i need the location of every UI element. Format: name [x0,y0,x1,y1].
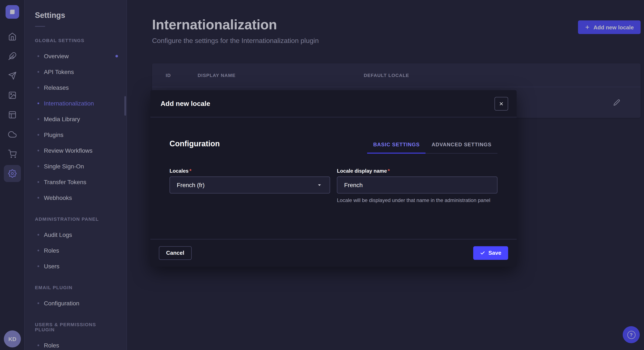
locales-select-value: French (fr) [177,181,205,188]
modal-body: Configuration BASIC SETTINGS ADVANCED SE… [150,117,517,239]
close-modal-button[interactable] [494,97,508,110]
save-button-label: Save [488,250,501,256]
modal-title: Add new locale [160,100,210,107]
chevron-down-icon [316,181,323,188]
modal-tabs: BASIC SETTINGS ADVANCED SETTINGS [367,142,498,154]
configuration-title: Configuration [170,140,220,154]
display-name-label-text: Locale display name [337,168,387,174]
locales-field: Locales* French (fr) [170,168,330,204]
modal-footer: Cancel Save [150,239,517,267]
save-button[interactable]: Save [473,246,508,260]
locale-form: Locales* French (fr) Locale display name… [170,168,498,204]
locales-label-text: Locales [170,168,188,174]
display-name-label: Locale display name* [337,168,498,174]
tab-advanced-settings[interactable]: ADVANCED SETTINGS [426,142,498,153]
configuration-row: Configuration BASIC SETTINGS ADVANCED SE… [170,140,498,154]
app-window: KD Settings GLOBAL SETTINGS Overview API… [0,0,644,350]
tab-basic-settings[interactable]: BASIC SETTINGS [367,142,426,153]
display-name-input[interactable] [337,176,498,193]
locales-label: Locales* [170,168,330,174]
required-mark: * [388,168,390,174]
add-locale-modal: Add new locale Configuration BASIC SETTI… [150,90,517,267]
required-mark: * [189,168,191,174]
close-icon [499,101,504,106]
modal-header: Add new locale [150,90,517,117]
display-name-field: Locale display name* Locale will be disp… [337,168,498,204]
cancel-button[interactable]: Cancel [159,246,192,260]
check-icon [480,250,485,256]
display-name-hint: Locale will be displayed under that name… [337,197,498,204]
locales-select[interactable]: French (fr) [170,176,330,193]
